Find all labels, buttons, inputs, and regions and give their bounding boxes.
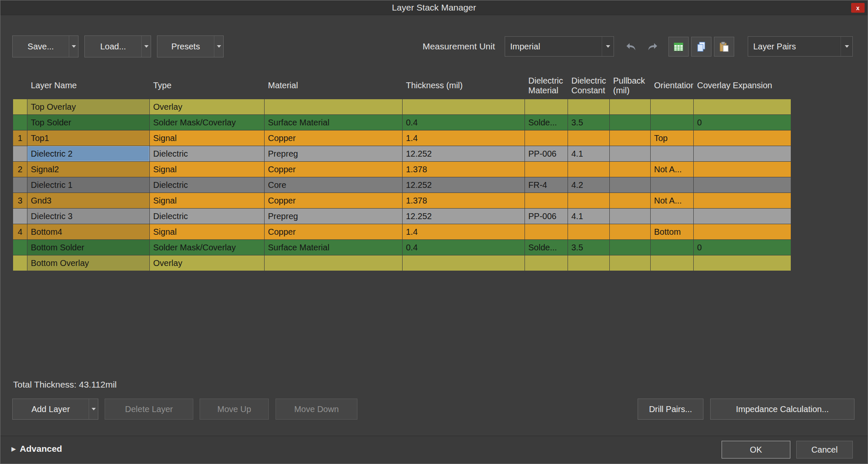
cell-coverlay-expansion[interactable] — [694, 193, 791, 208]
cell-type[interactable]: Dielectric — [150, 209, 264, 224]
cell-pullback[interactable] — [610, 146, 650, 161]
cell-orientation[interactable] — [651, 115, 693, 130]
undo-button[interactable] — [622, 37, 641, 57]
cell-row-selector[interactable] — [13, 177, 27, 193]
cell-row-selector[interactable] — [13, 146, 27, 161]
cell-layer-name[interactable]: Dielectric 1 — [27, 177, 149, 193]
add-layer-button[interactable]: Add Layer — [12, 399, 98, 420]
cell-row-selector[interactable] — [13, 240, 27, 255]
cell-row-selector[interactable]: 4 — [13, 224, 27, 239]
cell-type[interactable]: Solder Mask/Coverlay — [150, 240, 264, 255]
cell-dielectric-material[interactable] — [525, 255, 568, 271]
cell-layer-name[interactable]: Top1 — [27, 130, 149, 146]
cell-dielectric-material[interactable] — [525, 224, 568, 239]
cell-material[interactable]: Surface Material — [265, 240, 402, 255]
cell-type[interactable]: Signal — [150, 130, 264, 146]
drill-pairs-button[interactable]: Drill Pairs... — [638, 399, 703, 420]
cell-orientation[interactable] — [651, 177, 693, 193]
load-button[interactable]: Load... — [84, 35, 151, 57]
presets-button[interactable]: Presets — [157, 35, 224, 57]
cell-dielectric-constant[interactable]: 4.2 — [568, 177, 609, 193]
cell-dielectric-material[interactable]: PP-006 — [525, 209, 568, 224]
cell-row-selector[interactable] — [13, 209, 27, 224]
cell-type[interactable]: Dielectric — [150, 177, 264, 193]
cell-row-selector[interactable] — [13, 115, 27, 130]
cell-material[interactable] — [265, 99, 402, 114]
advanced-expander[interactable]: ▶ Advanced — [11, 444, 62, 454]
cell-dielectric-constant[interactable]: 4.1 — [568, 209, 609, 224]
cell-thickness[interactable] — [403, 99, 525, 114]
measurement-unit-select[interactable]: Imperial — [505, 36, 614, 57]
cell-dielectric-material[interactable]: Solde... — [525, 240, 568, 255]
cell-row-selector[interactable] — [13, 99, 27, 114]
cell-dielectric-constant[interactable] — [568, 255, 609, 271]
cell-pullback[interactable] — [610, 99, 650, 114]
cell-row-selector[interactable]: 3 — [13, 193, 27, 208]
cell-type[interactable]: Signal — [150, 193, 264, 208]
cancel-button[interactable]: Cancel — [796, 441, 853, 459]
copy-button[interactable] — [691, 37, 711, 57]
cell-layer-name[interactable]: Top Overlay — [27, 99, 149, 114]
cell-orientation[interactable] — [651, 255, 693, 271]
cell-coverlay-expansion[interactable] — [694, 146, 791, 161]
cell-type[interactable]: Solder Mask/Coverlay — [150, 115, 264, 130]
cell-dielectric-material[interactable]: Solde... — [525, 115, 568, 130]
cell-thickness[interactable]: 1.4 — [403, 130, 525, 146]
cell-dielectric-material[interactable]: PP-006 — [525, 146, 568, 161]
cell-material[interactable]: Core — [265, 177, 402, 193]
cell-pullback[interactable] — [610, 240, 650, 255]
cell-type[interactable]: Overlay — [150, 99, 264, 114]
cell-coverlay-expansion[interactable] — [694, 255, 791, 271]
ok-button[interactable]: OK — [722, 441, 790, 459]
cell-coverlay-expansion[interactable]: 0 — [694, 115, 791, 130]
cell-thickness[interactable]: 12.252 — [403, 146, 525, 161]
cell-row-selector[interactable]: 2 — [13, 162, 27, 177]
cell-type[interactable]: Signal — [150, 162, 264, 177]
cell-dielectric-constant[interactable] — [568, 99, 609, 114]
cell-layer-name[interactable]: Gnd3 — [27, 193, 149, 208]
cell-layer-name[interactable]: Top Solder — [27, 115, 149, 130]
cell-orientation[interactable] — [651, 209, 693, 224]
cell-layer-name[interactable]: Bottom4 — [27, 224, 149, 239]
cell-type[interactable]: Dielectric — [150, 146, 264, 161]
cell-dielectric-constant[interactable] — [568, 193, 609, 208]
cell-row-selector[interactable] — [13, 255, 27, 271]
cell-coverlay-expansion[interactable]: 0 — [694, 240, 791, 255]
cell-material[interactable] — [265, 255, 402, 271]
cell-layer-name[interactable]: Dielectric 2 — [27, 146, 149, 161]
move-up-button[interactable]: Move Up — [200, 399, 269, 420]
presets-dropdown-arrow[interactable] — [214, 36, 223, 57]
cell-layer-name[interactable]: Signal2 — [27, 162, 149, 177]
impedance-calculation-button[interactable]: Impedance Calculation... — [710, 399, 854, 420]
cell-thickness[interactable]: 12.252 — [403, 209, 525, 224]
paste-button[interactable] — [714, 37, 734, 57]
cell-thickness[interactable] — [403, 255, 525, 271]
cell-thickness[interactable]: 1.378 — [403, 162, 525, 177]
cell-dielectric-material[interactable] — [525, 130, 568, 146]
cell-dielectric-constant[interactable]: 3.5 — [568, 115, 609, 130]
cell-dielectric-material[interactable] — [525, 162, 568, 177]
cell-material[interactable]: Surface Material — [265, 115, 402, 130]
cell-thickness[interactable]: 12.252 — [403, 177, 525, 193]
cell-pullback[interactable] — [610, 224, 650, 239]
cell-dielectric-material[interactable] — [525, 99, 568, 114]
cell-pullback[interactable] — [610, 162, 650, 177]
cell-type[interactable]: Overlay — [150, 255, 264, 271]
cell-pullback[interactable] — [610, 193, 650, 208]
cell-dielectric-material[interactable] — [525, 193, 568, 208]
cell-pullback[interactable] — [610, 177, 650, 193]
cell-dielectric-constant[interactable] — [568, 162, 609, 177]
cell-thickness[interactable]: 0.4 — [403, 115, 525, 130]
cell-material[interactable]: Copper — [265, 130, 402, 146]
move-down-button[interactable]: Move Down — [276, 399, 357, 420]
cell-orientation[interactable] — [651, 240, 693, 255]
cell-coverlay-expansion[interactable] — [694, 99, 791, 114]
cell-orientation[interactable]: Not A... — [651, 162, 693, 177]
delete-layer-button[interactable]: Delete Layer — [105, 399, 193, 420]
cell-material[interactable]: Copper — [265, 193, 402, 208]
cell-dielectric-material[interactable]: FR-4 — [525, 177, 568, 193]
cell-pullback[interactable] — [610, 255, 650, 271]
cell-layer-name[interactable]: Bottom Overlay — [27, 255, 149, 271]
close-icon[interactable]: x — [851, 3, 865, 13]
cell-orientation[interactable] — [651, 99, 693, 114]
